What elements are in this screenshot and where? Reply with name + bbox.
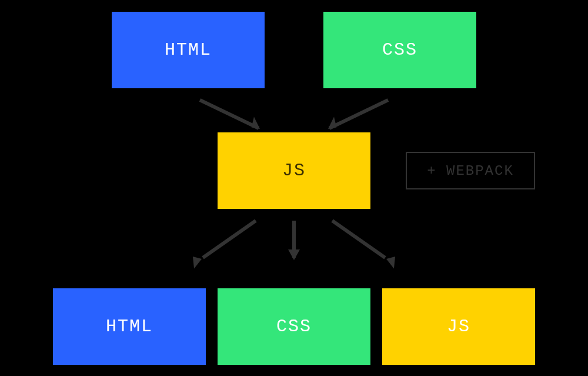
diagram-canvas: HTML CSS JS + WEBPACK HTML CSS JS	[0, 0, 588, 376]
node-html-bottom: HTML	[53, 288, 206, 365]
node-css-bottom: CSS	[218, 288, 370, 365]
node-label: HTML	[106, 317, 153, 337]
node-label: CSS	[276, 317, 312, 337]
node-label: JS	[447, 317, 470, 337]
svg-line-8	[332, 221, 385, 258]
svg-marker-9	[385, 253, 400, 268]
node-js-bottom: JS	[382, 288, 535, 365]
